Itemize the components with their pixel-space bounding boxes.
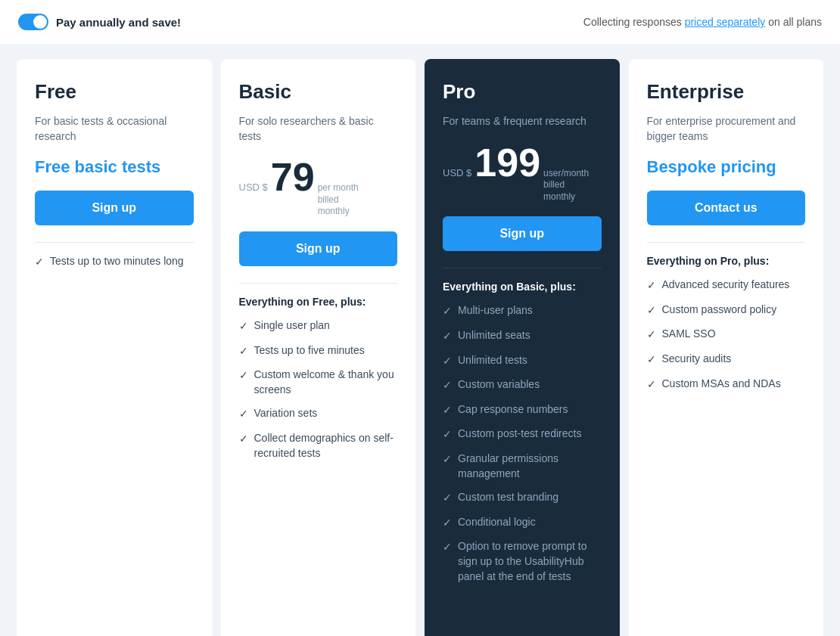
divider-pro xyxy=(443,268,602,268)
check-icon: ✓ xyxy=(443,427,452,442)
plan-description-free: For basic tests & occasional research xyxy=(35,114,194,144)
plan-card-pro: Pro For teams & frequent research USD $ … xyxy=(425,59,620,636)
list-item: ✓Option to remove prompt to sign up to t… xyxy=(443,539,602,584)
list-item: ✓Single user plan xyxy=(239,318,398,334)
plan-price-enterprise: Bespoke pricing xyxy=(647,157,806,177)
list-item: ✓Multi-user plans xyxy=(443,303,602,319)
plan-name-pro: Pro xyxy=(443,80,602,104)
check-icon: ✓ xyxy=(443,329,452,344)
enterprise-contact-button[interactable]: Contact us xyxy=(647,191,806,225)
plan-description-basic: For solo researchers & basic tests xyxy=(239,114,398,144)
free-signup-button[interactable]: Sign up xyxy=(35,191,194,225)
check-icon: ✓ xyxy=(443,378,452,393)
price-amount-pro: 199 xyxy=(474,143,540,182)
list-item: ✓Collect demographics on self-recruited … xyxy=(239,431,398,461)
check-icon: ✓ xyxy=(239,407,248,422)
list-item: ✓Unlimited tests xyxy=(443,353,602,369)
check-icon: ✓ xyxy=(443,491,452,506)
toggle-label: Pay annually and save! xyxy=(56,16,181,29)
check-icon: ✓ xyxy=(443,452,452,467)
list-item: ✓Custom password policy xyxy=(647,302,806,318)
price-detail-pro: user/month billed monthly xyxy=(543,168,589,203)
top-bar-right: Collecting responses priced separately o… xyxy=(583,16,822,28)
price-currency-pro: USD $ xyxy=(443,167,471,178)
list-item: ✓Cap response numbers xyxy=(443,402,602,418)
divider-free xyxy=(35,242,194,243)
price-row-pro: USD $ 199 user/month billed monthly xyxy=(443,143,602,203)
plan-card-free: Free For basic tests & occasional resear… xyxy=(17,59,212,636)
check-icon: ✓ xyxy=(443,403,452,418)
check-icon: ✓ xyxy=(647,278,656,293)
list-item: ✓Granular permissions management xyxy=(443,451,602,481)
list-item: ✓Custom post-test redirects xyxy=(443,427,602,442)
plan-name-basic: Basic xyxy=(239,80,398,104)
check-icon: ✓ xyxy=(443,516,452,531)
priced-separately-link[interactable]: priced separately xyxy=(685,16,766,28)
pro-features-list: ✓Multi-user plans ✓Unlimited seats ✓Unli… xyxy=(443,303,602,584)
check-icon-free: ✓ xyxy=(35,256,44,268)
pro-signup-button[interactable]: Sign up xyxy=(443,216,602,251)
top-bar: Pay annually and save! Collecting respon… xyxy=(0,0,840,44)
check-icon: ✓ xyxy=(647,352,656,368)
divider-enterprise xyxy=(647,242,806,243)
list-item: ✓Security audits xyxy=(647,352,806,368)
list-item: ✓Custom MSAs and NDAs xyxy=(647,377,806,392)
list-item: ✓Conditional logic xyxy=(443,515,602,531)
list-item: ✓Advanced security features xyxy=(647,278,806,293)
basic-features-heading: Everything on Free, plus: xyxy=(239,296,398,308)
price-detail-basic: per month billed monthly xyxy=(318,182,359,218)
check-icon: ✓ xyxy=(239,432,248,447)
list-item: ✓Custom test branding xyxy=(443,490,602,506)
plan-description-pro: For teams & frequent research xyxy=(443,114,602,129)
divider-basic xyxy=(239,283,398,284)
free-feature-item: ✓ Tests up to two minutes long xyxy=(35,255,194,268)
plans-container: Free For basic tests & occasional resear… xyxy=(0,44,840,636)
list-item: ✓SAML SSO xyxy=(647,327,806,343)
check-icon: ✓ xyxy=(647,303,656,318)
plan-price-free: Free basic tests xyxy=(35,157,194,177)
check-icon: ✓ xyxy=(239,344,248,359)
plan-card-basic: Basic For solo researchers & basic tests… xyxy=(221,59,416,636)
check-icon: ✓ xyxy=(443,354,452,369)
enterprise-features-list: ✓Advanced security features ✓Custom pass… xyxy=(647,278,806,392)
check-icon: ✓ xyxy=(239,368,248,383)
basic-signup-button[interactable]: Sign up xyxy=(239,231,398,266)
check-icon: ✓ xyxy=(443,540,452,555)
info-text: Collecting responses xyxy=(583,16,685,28)
annual-toggle[interactable] xyxy=(18,14,48,30)
check-icon: ✓ xyxy=(647,327,656,343)
check-icon: ✓ xyxy=(239,319,248,334)
plan-name-free: Free xyxy=(35,80,194,104)
free-feature-label: Tests up to two minutes long xyxy=(50,255,184,267)
info-suffix: on all plans xyxy=(765,16,822,28)
pro-features-heading: Everything on Basic, plus: xyxy=(443,281,602,293)
list-item: ✓Unlimited seats xyxy=(443,328,602,344)
list-item: ✓Tests up to five minutes xyxy=(239,343,398,359)
plan-description-enterprise: For enterprise procurement and bigger te… xyxy=(647,114,806,144)
check-icon: ✓ xyxy=(647,377,656,392)
plan-card-enterprise: Enterprise For enterprise procurement an… xyxy=(629,59,824,636)
basic-features-list: ✓Single user plan ✓Tests up to five minu… xyxy=(239,318,398,461)
list-item: ✓Custom welcome & thank you screens xyxy=(239,368,398,397)
list-item: ✓Custom variables xyxy=(443,377,602,393)
price-row-basic: USD $ 79 per month billed monthly xyxy=(239,157,398,218)
price-amount-basic: 79 xyxy=(271,157,315,197)
enterprise-features-heading: Everything on Pro, plus: xyxy=(647,255,806,267)
check-icon: ✓ xyxy=(443,304,452,319)
list-item: ✓Variation sets xyxy=(239,406,398,422)
price-currency-basic: USD $ xyxy=(239,181,268,193)
plan-name-enterprise: Enterprise xyxy=(647,80,806,104)
